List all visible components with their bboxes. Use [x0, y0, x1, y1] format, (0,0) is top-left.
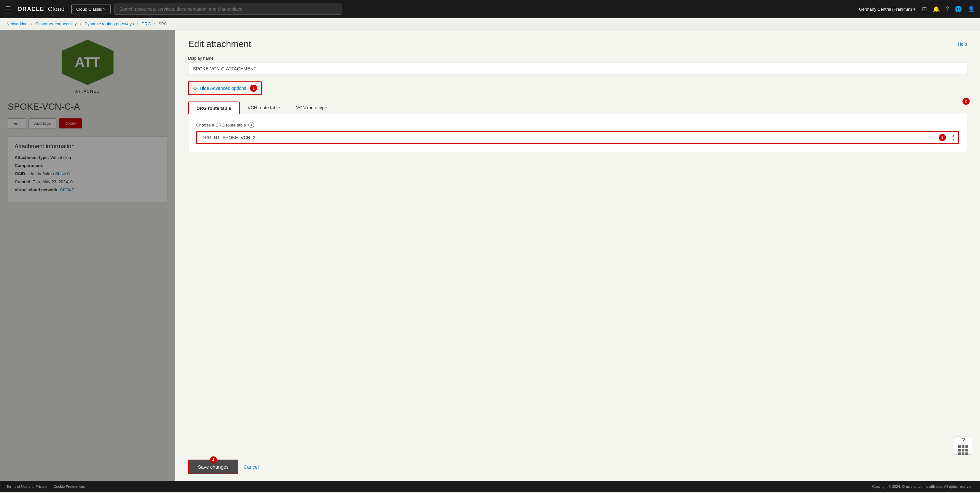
- nav-icons: ⊡ 🔔 ? 🌐 👤: [922, 5, 975, 13]
- help-float-dots: [958, 445, 968, 455]
- tab-vcn-route-type[interactable]: VCN route type: [288, 102, 335, 114]
- tabs-badge: 2: [963, 98, 970, 105]
- chevron-down-icon: ▾: [913, 7, 915, 12]
- dot-9: [966, 452, 968, 455]
- help-float-icon: ?: [961, 437, 965, 444]
- dot-2: [962, 445, 964, 448]
- hide-advanced-link[interactable]: Hide Advanced options: [200, 86, 246, 91]
- cookie-link[interactable]: Cookie Preferences: [54, 485, 85, 488]
- dot-5: [962, 449, 964, 452]
- bottom-bar: Terms of Use and Privacy Cookie Preferen…: [0, 481, 980, 492]
- advanced-options-bar[interactable]: ⚙ Hide Advanced options 1: [188, 81, 262, 95]
- breadcrumb-sep-4: ›: [154, 21, 155, 26]
- dot-3: [966, 445, 968, 448]
- dot-4: [958, 449, 961, 452]
- dot-6: [966, 449, 968, 452]
- logo-oracle: ORACLE: [18, 6, 44, 12]
- drg-route-info-icon[interactable]: i: [248, 122, 254, 128]
- breadcrumb-dynamic-routing[interactable]: Dynamic routing gateways: [84, 21, 134, 26]
- breadcrumb-sep-1: ›: [31, 21, 32, 26]
- tabs-wrapper: DRG route table VCN route table VCN rout…: [188, 102, 967, 152]
- cloud-classic-button[interactable]: Cloud Classic >: [72, 5, 111, 14]
- edit-panel-footer: 4 Save changes Cancel: [175, 453, 980, 481]
- filter-icon: ⚙: [192, 85, 197, 91]
- drg-route-section: Choose a DRG route table i DRG_RT_SPOKE_…: [196, 122, 959, 144]
- display-name-group: Display name: [188, 56, 967, 75]
- arrow-down-icon: ▼: [952, 138, 955, 142]
- breadcrumb-drg[interactable]: DRG: [142, 21, 151, 26]
- drg-route-select-wrapper: DRG_RT_SPOKE_VCN_2 3 ▲ ▼: [196, 131, 959, 144]
- breadcrumb-sep-2: ›: [80, 21, 81, 26]
- drg-route-label-row: Choose a DRG route table i: [196, 122, 959, 128]
- edit-panel-title: Edit attachment: [188, 39, 251, 49]
- help-icon[interactable]: ?: [946, 5, 949, 13]
- region-label: Germany Central (Frankfurt): [859, 7, 912, 12]
- save-badge: 4: [210, 456, 217, 463]
- edit-panel: Edit attachment Help Display name ⚙ Hide…: [175, 30, 980, 481]
- cancel-button[interactable]: Cancel: [243, 464, 259, 470]
- breadcrumb-networking[interactable]: Networking: [6, 21, 27, 26]
- dot-8: [962, 452, 964, 455]
- breadcrumb-customer-connectivity[interactable]: Customer connectivity: [35, 21, 77, 26]
- drg-route-badge: 3: [939, 134, 946, 141]
- search-input[interactable]: [115, 3, 342, 14]
- nav-right: Germany Central (Frankfurt) ▾ ⊡ 🔔 ? 🌐 👤: [859, 5, 975, 13]
- edit-panel-body: Display name ⚙ Hide Advanced options 1 D…: [175, 56, 980, 453]
- drg-route-select[interactable]: DRG_RT_SPOKE_VCN_2 3 ▲ ▼: [196, 131, 959, 144]
- save-changes-button[interactable]: 4 Save changes: [188, 460, 239, 474]
- region-selector[interactable]: Germany Central (Frankfurt) ▾: [859, 7, 915, 12]
- save-changes-label: Save changes: [198, 464, 229, 470]
- globe-icon[interactable]: 🌐: [955, 5, 962, 13]
- breadcrumb: Networking › Customer connectivity › Dyn…: [0, 18, 980, 30]
- terms-link[interactable]: Terms of Use and Privacy: [6, 485, 47, 488]
- display-name-label: Display name: [188, 56, 967, 60]
- help-link[interactable]: Help: [958, 41, 967, 47]
- breadcrumb-spc: SPC: [159, 21, 167, 26]
- help-float-button[interactable]: ?: [954, 437, 972, 455]
- dot-1: [958, 445, 961, 448]
- bell-icon[interactable]: 🔔: [933, 5, 940, 13]
- top-nav: ☰ ORACLE Cloud Cloud Classic > Germany C…: [0, 0, 980, 18]
- logo-cloud: Cloud: [48, 6, 65, 12]
- edit-panel-header: Edit attachment Help: [175, 30, 980, 56]
- tab-content-drg: Choose a DRG route table i DRG_RT_SPOKE_…: [188, 114, 967, 152]
- arrow-up-icon: ▲: [952, 134, 955, 137]
- monitor-icon[interactable]: ⊡: [922, 5, 927, 13]
- advanced-badge: 1: [250, 85, 257, 92]
- display-name-input[interactable]: [188, 63, 967, 75]
- drg-route-label: Choose a DRG route table: [196, 122, 246, 127]
- tab-vcn-route-table[interactable]: VCN route table: [240, 102, 288, 114]
- oracle-logo: ORACLE Cloud: [18, 6, 65, 13]
- user-icon[interactable]: 👤: [968, 5, 975, 13]
- tabs-row: DRG route table VCN route table VCN rout…: [188, 102, 967, 114]
- drg-route-value: DRG_RT_SPOKE_VCN_2: [197, 132, 939, 143]
- tab-drg-route-table[interactable]: DRG route table: [188, 102, 240, 114]
- bottom-links: Terms of Use and Privacy Cookie Preferen…: [6, 485, 85, 488]
- dot-7: [958, 452, 961, 455]
- breadcrumb-sep-3: ›: [137, 21, 138, 26]
- main-area: ATT ATTACHED SPOKE-VCN-C-A Edit Add tags…: [0, 30, 980, 481]
- copyright-text: Copyright © 2024, Oracle and/or its affi…: [872, 485, 974, 488]
- hamburger-icon[interactable]: ☰: [5, 5, 11, 13]
- select-arrows[interactable]: ▲ ▼: [948, 134, 958, 142]
